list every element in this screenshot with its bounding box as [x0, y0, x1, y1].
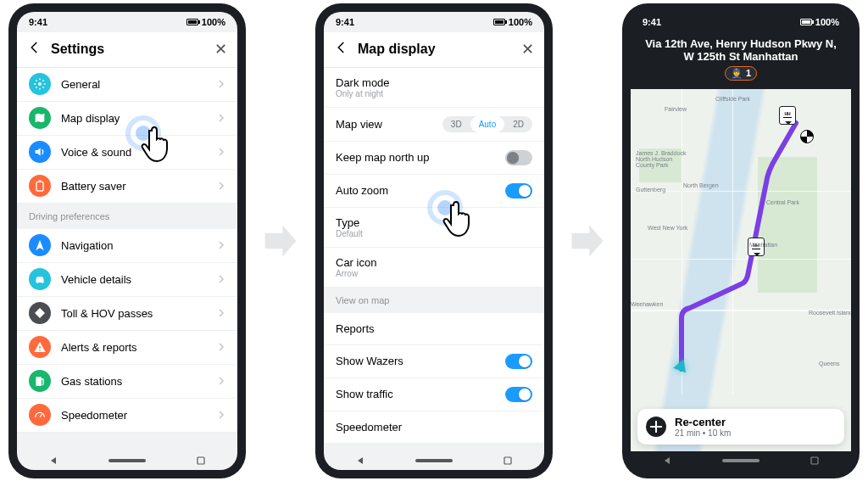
toggle-wazers[interactable]: [505, 354, 532, 369]
recenter-eta: 21 min: [675, 428, 700, 438]
svg-rect-8: [198, 457, 204, 464]
settings-item-gas-stations[interactable]: Gas stations: [17, 365, 237, 399]
battery-icon: [186, 19, 198, 25]
battery-icon: [29, 175, 51, 197]
close-icon[interactable]: ✕: [521, 40, 534, 59]
settings-item-vehicle-details[interactable]: Vehicle details: [17, 263, 237, 297]
settings-item-voice-sound[interactable]: Voice & sound: [17, 136, 237, 170]
android-navbar: [631, 451, 851, 470]
row-speedometer[interactable]: Speedometer: [324, 411, 544, 444]
page-title: Map display: [358, 42, 513, 57]
row-dark-mode[interactable]: Dark modeOnly at night: [324, 68, 544, 108]
item-label: Map display: [61, 112, 120, 125]
chevron-right-icon: [217, 78, 225, 91]
row-label: Speedometer: [336, 421, 402, 433]
segmented-map-view[interactable]: 3D Auto 2D: [442, 116, 532, 132]
page-title: Settings: [51, 42, 206, 57]
police-badge[interactable]: 👮 1: [725, 66, 757, 81]
row-label: Auto zoom: [336, 184, 388, 197]
row-wazers: Show Wazers: [324, 345, 544, 378]
row-label: Keep map north up: [336, 151, 430, 164]
map-canvas[interactable]: HH HH Fairview Cliffside Park James J. B…: [631, 89, 851, 451]
seg-2d[interactable]: 2D: [504, 116, 532, 132]
speedo-icon: [29, 404, 51, 426]
android-navbar: [17, 451, 237, 470]
toggle-auto-zoom[interactable]: [505, 183, 532, 199]
close-icon[interactable]: ✕: [214, 40, 227, 59]
row-label: Type: [336, 216, 363, 229]
settings-item-alerts-reports[interactable]: Alerts & reports: [17, 331, 237, 365]
row-car-icon[interactable]: Car iconArrow: [324, 248, 544, 288]
destination-text: Via 12th Ave, Henry Hudson Pkwy N, W 125…: [639, 37, 843, 63]
recenter-icon: [646, 417, 666, 437]
map-label: Cliffside Park: [715, 96, 750, 102]
android-navbar: [324, 451, 544, 470]
destination-header: Via 12th Ave, Henry Hudson Pkwy N, W 125…: [631, 32, 851, 89]
status-bar: 9:41 100%: [631, 12, 851, 32]
row-label: Car icon: [336, 256, 376, 269]
toggle-north-up[interactable]: [505, 150, 532, 165]
speaker-icon: [29, 141, 51, 163]
item-label: General: [61, 78, 100, 91]
chevron-right-icon: [217, 375, 225, 388]
police-icon: 👮: [731, 68, 743, 79]
seg-3d[interactable]: 3D: [442, 116, 470, 132]
settings-item-battery-saver[interactable]: Battery saver: [17, 170, 237, 204]
chevron-right-icon: [217, 273, 225, 286]
map-label: Roosevelt Island: [809, 310, 851, 316]
chevron-right-icon: [217, 307, 225, 320]
row-reports[interactable]: Reports: [324, 313, 544, 345]
svg-point-3: [36, 282, 38, 283]
item-label: Navigation: [61, 239, 113, 252]
row-value: Arrow: [336, 269, 376, 278]
row-north-up: Keep map north up: [324, 142, 544, 175]
toggle-traffic[interactable]: [505, 387, 532, 402]
seg-auto[interactable]: Auto: [470, 116, 505, 132]
car-icon: [29, 268, 51, 290]
map-label: North Bergen: [683, 182, 719, 188]
recenter-label: Re-center: [675, 416, 731, 428]
row-label: Reports: [336, 322, 375, 335]
back-icon[interactable]: [334, 40, 349, 59]
settings-item-navigation[interactable]: Navigation: [17, 229, 237, 263]
back-icon[interactable]: [27, 40, 42, 59]
settings-item-toll-hov-passes[interactable]: Toll & HOV passes: [17, 297, 237, 331]
phone-settings: 9:41 100% Settings ✕ GeneralMap displayV…: [8, 3, 246, 478]
flow-arrow: [562, 221, 613, 260]
navigate-icon: [29, 234, 51, 256]
status-time: 9:41: [29, 17, 47, 27]
map-label: James J. Braddock North Hudson County Pa…: [636, 150, 687, 168]
poi-marker[interactable]: HH: [779, 106, 796, 125]
row-map-view: Map view 3D Auto 2D: [324, 108, 544, 142]
map-label: Queens: [819, 361, 840, 366]
settings-item-map-display[interactable]: Map display: [17, 102, 237, 136]
row-value: Default: [336, 229, 363, 238]
settings-item-speedometer[interactable]: Speedometer: [17, 399, 237, 433]
map-label: Central Park: [766, 199, 799, 205]
map-label: Fairview: [665, 106, 687, 112]
row-traffic: Show traffic: [324, 378, 544, 411]
screen-map-display: 9:41 100% Map display ✕ Dark modeOnly at…: [324, 12, 544, 470]
battery-icon: [800, 19, 812, 25]
settings-item-general[interactable]: General: [17, 68, 237, 102]
battery-icon: [493, 19, 505, 25]
item-label: Vehicle details: [61, 273, 131, 286]
chevron-right-icon: [217, 239, 225, 252]
status-battery: 100%: [815, 17, 839, 27]
header: Map display ✕: [324, 32, 544, 68]
group-driving-prefs: Driving preferences: [17, 204, 237, 229]
recenter-panel[interactable]: Re-center 21 min • 10 km: [637, 409, 844, 445]
row-value: Only at night: [336, 89, 390, 98]
phone-navigation: 9:41 100% Via 12th Ave, Henry Hudson Pkw…: [622, 3, 860, 478]
status-time: 9:41: [643, 17, 661, 27]
svg-rect-9: [504, 457, 511, 464]
header: Settings ✕: [17, 32, 237, 68]
row-type[interactable]: TypeDefault: [324, 208, 544, 248]
diamond-icon: [29, 302, 51, 324]
chevron-right-icon: [217, 180, 225, 193]
status-bar: 9:41 100%: [324, 12, 544, 32]
screen-navigation: 9:41 100% Via 12th Ave, Henry Hudson Pkw…: [631, 12, 851, 470]
item-label: Voice & sound: [61, 146, 131, 159]
gas-icon: [29, 370, 51, 392]
item-label: Gas stations: [61, 375, 122, 388]
